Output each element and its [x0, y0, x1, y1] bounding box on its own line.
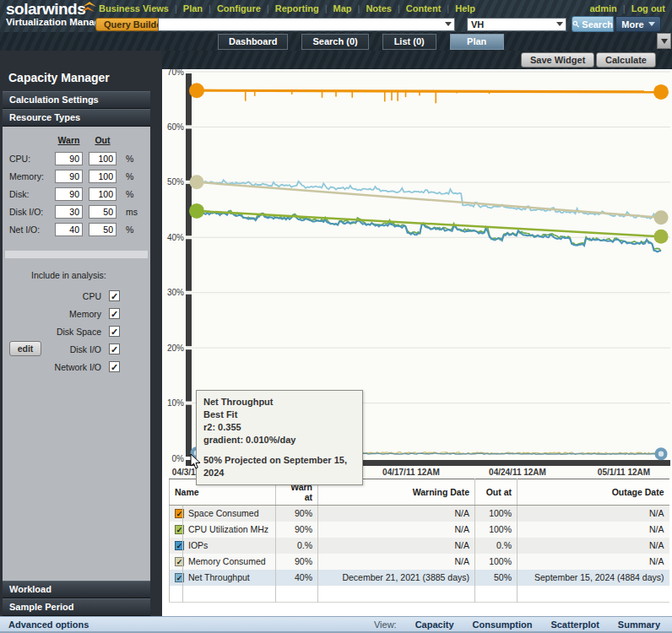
- view-link-summary[interactable]: Summary: [618, 619, 660, 630]
- top-navigation-bar: solarwinds Virtualization Manager Busine…: [0, 0, 672, 32]
- view-link-consumption[interactable]: Consumption: [473, 619, 533, 630]
- warn-at-cell: 40%: [276, 570, 318, 586]
- section-calculation-settings[interactable]: Calculation Settings: [3, 91, 150, 109]
- include-analysis-label: Include in analysis:: [31, 270, 150, 280]
- analysis-checkbox-disk-i-o[interactable]: ✓: [109, 344, 120, 354]
- resource-label: Disk I/O:: [9, 207, 55, 217]
- analysis-row: Disk Space✓: [3, 326, 120, 337]
- table-row: ✓Memory Consumed90%N/A100%N/A: [170, 554, 669, 570]
- panel-collapse-button[interactable]: [657, 33, 671, 49]
- main-content: Save Widget Calculate 70%60%50%40%30%20%…: [162, 51, 672, 616]
- resource-label: Net I/O:: [9, 225, 55, 235]
- svg-text:30%: 30%: [167, 288, 184, 297]
- menu-item-configure[interactable]: Configure: [217, 3, 261, 14]
- horizontal-scrollbar[interactable]: [5, 251, 148, 258]
- out-threshold-input[interactable]: [89, 170, 117, 183]
- tooltip-projection: 50% Projected on September 15, 2024: [203, 454, 355, 479]
- out-threshold-input[interactable]: [89, 187, 117, 201]
- analysis-label: CPU: [83, 291, 101, 301]
- warn-threshold-input[interactable]: [55, 187, 83, 201]
- chevron-down-icon[interactable]: [556, 22, 563, 26]
- warning-date-cell: N/A: [318, 538, 475, 554]
- svg-text:40%: 40%: [167, 233, 184, 242]
- warn-threshold-input[interactable]: [55, 170, 83, 183]
- search-icon: [572, 19, 579, 29]
- outage-date-cell: September 15, 2024 (4884 days): [518, 570, 669, 586]
- menu-item-content[interactable]: Content: [406, 3, 442, 14]
- tab-dashboard[interactable]: Dashboard: [218, 34, 288, 50]
- menu-item-business-views[interactable]: Business Views: [99, 3, 169, 14]
- warn-threshold-input[interactable]: [55, 223, 83, 236]
- tabs-bar: DashboardSearch (0)List (0)Plan: [0, 32, 672, 51]
- empty-cell: [170, 586, 183, 603]
- tab-list-0-[interactable]: List (0): [382, 34, 436, 50]
- view-link-scatterplot[interactable]: Scatterplot: [550, 619, 599, 630]
- warning-date-cell: N/A: [318, 506, 475, 522]
- resource-rows: CPU:%Memory:%Disk:%Disk I/O:msNet I/O:%: [3, 148, 150, 241]
- analysis-row: Memory✓: [3, 308, 120, 319]
- empty-cell: [318, 586, 475, 603]
- out-column-header: Out: [89, 135, 117, 145]
- view-switcher: View: CapacityConsumptionScatterplotSumm…: [374, 619, 672, 630]
- warn-threshold-input[interactable]: [55, 152, 83, 165]
- analysis-checkbox-cpu[interactable]: ✓: [109, 290, 120, 301]
- empty-cell: [276, 586, 318, 603]
- out-threshold-input[interactable]: [89, 152, 117, 165]
- capacity-manager-app: solarwinds Virtualization Manager Busine…: [0, 0, 672, 633]
- out-threshold-input[interactable]: [89, 223, 117, 236]
- capacity-manager-sidebar: Capacity Manager Calculation Settings Re…: [0, 51, 162, 616]
- sidebar-title: Capacity Manager: [3, 69, 150, 91]
- analysis-checkbox-network-i-o[interactable]: ✓: [109, 361, 120, 372]
- analysis-label: Network I/O: [55, 362, 101, 372]
- logout-link[interactable]: Log out: [631, 3, 665, 14]
- warn-threshold-input[interactable]: [55, 205, 83, 219]
- calculate-button[interactable]: Calculate: [596, 52, 656, 68]
- solarwinds-logo: solarwinds Virtualization Manager: [6, 1, 109, 27]
- legend-cell: ✓: [170, 522, 183, 538]
- advanced-options-section[interactable]: Advanced options: [0, 619, 89, 630]
- resource-label: Disk:: [9, 189, 55, 199]
- out-threshold-input[interactable]: [89, 205, 117, 219]
- view-link-capacity[interactable]: Capacity: [415, 619, 454, 630]
- user-admin-link[interactable]: admin: [589, 3, 616, 14]
- tooltip-r2: r2: 0.355: [203, 421, 355, 434]
- menu-separator: |: [209, 3, 211, 14]
- analysis-checkbox-memory[interactable]: ✓: [109, 308, 120, 319]
- search-button[interactable]: Search: [572, 16, 614, 32]
- save-widget-button[interactable]: Save Widget: [521, 52, 594, 68]
- legend-cell: ✓: [170, 570, 183, 586]
- section-workload[interactable]: Workload: [3, 581, 150, 598]
- edit-disk-io-button[interactable]: edit: [9, 341, 41, 356]
- table-row: ✓Space Consumed90%N/A100%N/A: [170, 506, 669, 522]
- scope-select[interactable]: VH: [467, 18, 566, 31]
- resource-row: Memory:%: [9, 170, 144, 183]
- menu-separator: |: [175, 3, 177, 14]
- name-cell: IOPs: [183, 538, 276, 554]
- tab-search-0-[interactable]: Search (0): [301, 34, 368, 50]
- resource-row: Net I/O:%: [9, 223, 144, 236]
- menu-item-help[interactable]: Help: [455, 3, 475, 14]
- analysis-checkbox-disk-space[interactable]: ✓: [109, 326, 120, 337]
- menu-item-notes[interactable]: Notes: [366, 3, 392, 14]
- more-button[interactable]: More: [615, 16, 661, 32]
- menu-item-reporting[interactable]: Reporting: [275, 3, 319, 14]
- menu-item-plan[interactable]: Plan: [183, 3, 203, 14]
- outage-date-cell: N/A: [518, 554, 669, 570]
- tab-plan[interactable]: Plan: [450, 34, 504, 50]
- search-query-input[interactable]: [158, 18, 455, 31]
- unit-label: %: [126, 189, 133, 199]
- svg-text:05/1/11 12AM: 05/1/11 12AM: [598, 468, 650, 477]
- section-sample-period[interactable]: Sample Period: [3, 598, 150, 616]
- name-cell: Space Consumed: [183, 506, 276, 522]
- warn-at-cell: 90%: [276, 522, 318, 538]
- section-resource-types[interactable]: Resource Types: [3, 109, 150, 127]
- chevron-down-icon[interactable]: [445, 22, 452, 26]
- warn-column-header: Warn: [55, 135, 83, 145]
- warning-date-cell: December 21, 2021 (3885 days): [318, 570, 475, 586]
- solarwinds-chevron-icon: [80, 0, 99, 13]
- chart-toolbar: Save Widget Calculate: [162, 51, 672, 69]
- menu-item-map[interactable]: Map: [333, 3, 352, 14]
- name-cell: CPU Utilization MHz: [183, 522, 276, 538]
- out-at-cell: 100%: [475, 506, 518, 522]
- menu-separator: |: [623, 3, 626, 14]
